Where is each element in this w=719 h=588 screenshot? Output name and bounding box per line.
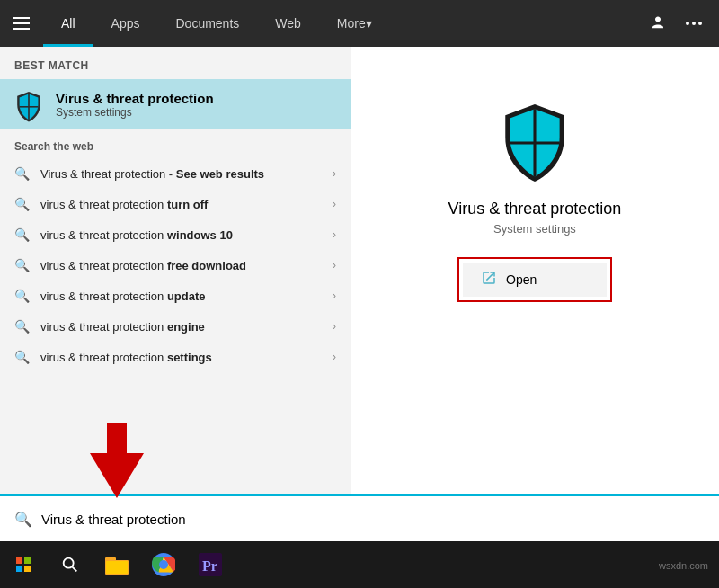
best-match-subtitle: System settings	[56, 106, 214, 119]
chevron-right-icon: ›	[333, 320, 336, 333]
svg-point-7	[64, 558, 74, 568]
taskbar-watermark: wsxdn.com	[659, 557, 719, 573]
svg-rect-11	[106, 561, 128, 574]
chevron-right-icon: ›	[333, 198, 336, 210]
hamburger-button[interactable]	[0, 0, 43, 47]
search-icon: 🔍	[14, 166, 30, 181]
search-icon: 🔍	[14, 258, 30, 272]
left-panel: Best match Virus & threat protection Sys…	[0, 47, 351, 541]
shield-icon	[14, 90, 43, 119]
search-suggestion-2[interactable]: 🔍 virus & threat protection turn off ›	[0, 189, 351, 219]
user-icon-button[interactable]	[642, 7, 674, 40]
best-match-label: Best match	[0, 47, 351, 79]
chevron-right-icon: ›	[333, 259, 336, 272]
hamburger-line	[13, 28, 30, 30]
svg-point-1	[692, 22, 696, 25]
svg-point-14	[159, 560, 168, 569]
tab-all[interactable]: All	[43, 0, 93, 47]
best-match-text: Virus & threat protection System setting…	[56, 91, 214, 119]
app-title: Virus & threat protection	[448, 200, 622, 218]
best-match-title: Virus & threat protection	[56, 91, 214, 106]
chevron-right-icon: ›	[333, 167, 336, 180]
search-suggestion-7[interactable]: 🔍 virus & threat protection settings ›	[0, 342, 351, 372]
search-bar-icon: 🔍	[14, 511, 32, 528]
search-suggestion-3[interactable]: 🔍 virus & threat protection windows 10 ›	[0, 219, 351, 250]
ellipsis-icon-button[interactable]	[678, 7, 710, 40]
search-suggestion-6[interactable]: 🔍 virus & threat protection engine ›	[0, 311, 351, 342]
suggestion-text-4: virus & threat protection free download	[40, 259, 333, 272]
svg-point-0	[686, 22, 689, 25]
taskbar-file-explorer[interactable]	[93, 541, 140, 588]
hamburger-line	[13, 17, 30, 19]
search-icon: 🔍	[14, 350, 30, 364]
open-button-wrapper: Open	[457, 257, 612, 302]
search-icon: 🔍	[14, 289, 30, 303]
windows-icon	[16, 557, 31, 572]
suggestion-text-2: virus & threat protection turn off	[40, 198, 333, 211]
open-external-icon	[481, 270, 497, 290]
svg-point-2	[698, 22, 702, 25]
arrow-shaft	[107, 423, 127, 453]
search-suggestion-5[interactable]: 🔍 virus & threat protection update ›	[0, 281, 351, 311]
svg-text:Pr: Pr	[202, 558, 217, 574]
taskbar-search-icon[interactable]	[47, 541, 93, 588]
search-suggestion-4[interactable]: 🔍 virus & threat protection free downloa…	[0, 250, 351, 281]
suggestion-text-6: virus & threat protection engine	[40, 320, 333, 334]
taskbar-chrome[interactable]	[140, 541, 187, 588]
watermark-text: wsxdn.com	[659, 560, 708, 571]
chevron-right-icon: ›	[333, 351, 336, 363]
nav-right-icons	[642, 7, 719, 40]
tab-more[interactable]: More	[319, 0, 390, 47]
tab-apps[interactable]: Apps	[93, 0, 158, 47]
search-icon: 🔍	[14, 197, 30, 211]
arrow-annotation	[90, 423, 144, 498]
suggestion-text-1: Virus & threat protection - See web resu…	[40, 167, 333, 181]
open-button[interactable]: Open	[463, 263, 607, 297]
search-icon: 🔍	[14, 319, 30, 334]
suggestion-text-3: virus & threat protection windows 10	[40, 228, 333, 242]
start-button[interactable]	[0, 541, 47, 588]
taskbar: Pr wsxdn.com	[0, 541, 719, 588]
top-nav: All Apps Documents Web More	[0, 0, 719, 47]
search-web-label: Search the web	[0, 129, 351, 158]
search-input[interactable]	[41, 512, 705, 527]
search-input-bar: 🔍	[0, 494, 719, 541]
open-label: Open	[506, 272, 537, 287]
suggestion-text-5: virus & threat protection update	[40, 290, 333, 303]
tab-documents[interactable]: Documents	[157, 0, 257, 47]
arrow-head	[90, 453, 144, 498]
svg-line-8	[72, 566, 76, 571]
tab-web[interactable]: Web	[257, 0, 319, 47]
search-suggestion-1[interactable]: 🔍 Virus & threat protection - See web re…	[0, 158, 351, 189]
nav-tabs: All Apps Documents Web More	[43, 0, 390, 47]
best-match-item[interactable]: Virus & threat protection System setting…	[0, 79, 351, 129]
right-panel: Virus & threat protection System setting…	[351, 47, 719, 541]
app-subtitle: System settings	[493, 222, 576, 236]
chevron-right-icon: ›	[333, 228, 336, 241]
hamburger-line	[13, 22, 30, 24]
shield-large-icon	[494, 101, 575, 182]
taskbar-premiere[interactable]: Pr	[187, 541, 234, 588]
search-icon: 🔍	[14, 227, 30, 242]
suggestion-text-7: virus & threat protection settings	[40, 351, 333, 364]
chevron-right-icon: ›	[333, 290, 336, 302]
